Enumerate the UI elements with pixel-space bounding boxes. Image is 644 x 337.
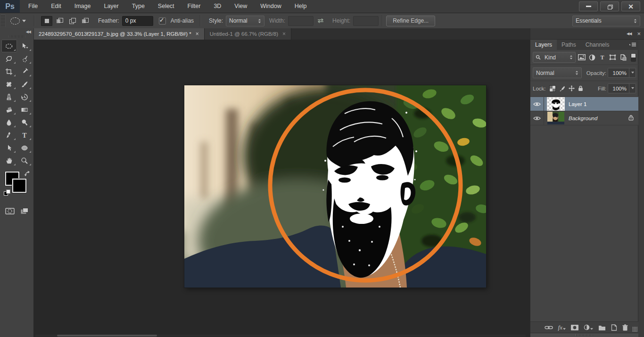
add-adjustment-layer-button[interactable] — [584, 324, 593, 330]
elliptical-marquee-tool[interactable] — [1, 40, 17, 52]
type-tool[interactable]: T — [17, 129, 33, 141]
layer-row-layer1[interactable]: Layer 1 — [530, 97, 638, 111]
tab-paths[interactable]: Paths — [557, 40, 581, 50]
opacity-dropdown-button[interactable] — [629, 68, 636, 77]
polygonal-lasso-tool[interactable] — [1, 52, 17, 65]
restore-button[interactable] — [600, 1, 619, 11]
dodge-tool[interactable] — [17, 116, 33, 129]
gradient-tool[interactable] — [17, 103, 33, 116]
panel-resize-grip[interactable] — [632, 327, 637, 332]
close-button[interactable]: ✕ — [621, 1, 640, 11]
menu-image[interactable]: Image — [68, 0, 98, 13]
brush-tool[interactable] — [17, 78, 33, 90]
workspace-select[interactable]: Essentials — [572, 16, 640, 26]
menu-file[interactable]: File — [22, 0, 44, 13]
ellipse-tool[interactable] — [17, 141, 33, 154]
quick-selection-tool[interactable] — [17, 52, 33, 65]
blur-tool[interactable] — [1, 116, 17, 129]
screen-mode-button[interactable] — [20, 207, 29, 215]
lock-all-button[interactable] — [578, 85, 583, 91]
minimize-button[interactable] — [579, 1, 598, 11]
feather-input[interactable] — [122, 16, 153, 26]
add-layer-mask-button[interactable] — [571, 325, 578, 330]
link-layers-button[interactable] — [545, 325, 553, 330]
intersect-selection-button[interactable] — [79, 16, 91, 26]
filter-pixel-layers-button[interactable] — [577, 53, 586, 62]
move-tool[interactable] — [17, 40, 33, 52]
zoom-tool[interactable] — [17, 154, 33, 167]
menu-view[interactable]: View — [228, 0, 254, 13]
menu-filter[interactable]: Filter — [181, 0, 207, 13]
swap-colors-icon[interactable] — [25, 171, 31, 177]
new-layer-button[interactable] — [611, 324, 617, 331]
menu-edit[interactable]: Edit — [44, 0, 68, 13]
menu-window[interactable]: Window — [254, 0, 288, 13]
clone-stamp-tool[interactable] — [1, 90, 17, 103]
anti-alias-checkbox[interactable] — [159, 17, 166, 25]
background-thumbnail[interactable] — [547, 112, 564, 124]
lock-position-button[interactable] — [569, 85, 575, 91]
panel-menu-button[interactable] — [629, 40, 638, 50]
path-selection-tool[interactable] — [1, 141, 17, 154]
layer1-thumbnail[interactable] — [547, 98, 564, 110]
new-group-button[interactable] — [598, 325, 606, 330]
collapse-panels-icon[interactable]: ◀◀ — [627, 32, 631, 36]
menu-type[interactable]: Type — [125, 0, 151, 13]
menu-layer[interactable]: Layer — [97, 0, 125, 13]
layer1-visibility-toggle[interactable] — [530, 97, 544, 111]
spot-healing-brush-tool[interactable] — [1, 78, 17, 90]
filter-smart-objects-button[interactable] — [619, 53, 627, 62]
background-name[interactable]: Background — [569, 115, 597, 121]
tab-channels[interactable]: Channels — [581, 40, 614, 50]
tab-layers[interactable]: Layers — [530, 40, 557, 50]
opacity-field[interactable]: 100% — [608, 68, 636, 78]
tab-close-icon[interactable]: × — [196, 31, 199, 37]
history-brush-tool[interactable] — [17, 90, 33, 103]
document-tab-1[interactable]: 22489329570_6013f29137_b.jpg @ 33.3% (La… — [33, 28, 205, 40]
add-to-selection-button[interactable] — [54, 16, 65, 26]
blend-mode-select[interactable]: Normal — [533, 67, 582, 78]
dock-splitter[interactable] — [530, 333, 638, 337]
document-tab-2[interactable]: Untitled-1 @ 66.7% (RGB/8) × — [205, 28, 291, 40]
background-visibility-toggle[interactable] — [530, 111, 544, 125]
kind-filter-select[interactable]: Kind — [533, 52, 576, 63]
tab-close-icon[interactable]: × — [282, 31, 286, 37]
toolbar-grip[interactable] — [9, 35, 25, 38]
eraser-tool[interactable] — [1, 103, 17, 116]
crop-tool[interactable] — [1, 65, 17, 78]
tool-preset-picker[interactable] — [6, 17, 31, 25]
menu-3d[interactable]: 3D — [207, 0, 228, 13]
quick-mask-button[interactable] — [5, 207, 15, 215]
canvas-document[interactable] — [184, 85, 486, 288]
fill-field[interactable]: 100% — [608, 83, 636, 93]
filter-type-layers-button[interactable]: T — [598, 53, 607, 62]
refine-edge-button[interactable]: Refine Edge... — [386, 16, 435, 26]
lock-transparency-button[interactable] — [549, 85, 556, 92]
default-colors-icon[interactable] — [4, 189, 10, 196]
filter-toggle-switch[interactable] — [631, 53, 636, 62]
menu-select[interactable]: Select — [151, 0, 181, 13]
layer-style-button[interactable]: fx — [558, 324, 566, 330]
menu-help[interactable]: Help — [288, 0, 314, 13]
lock-pixels-button[interactable] — [559, 85, 565, 91]
pen-tool[interactable] — [1, 129, 17, 141]
style-select[interactable]: Normal — [226, 16, 264, 26]
height-input[interactable] — [353, 16, 379, 26]
width-input[interactable] — [288, 16, 314, 26]
toolbar-collapse-icon[interactable]: ◀◀ — [23, 28, 33, 34]
delete-layer-button[interactable] — [622, 324, 628, 331]
dock-edge-strip[interactable] — [638, 40, 644, 337]
subtract-from-selection-button[interactable] — [66, 16, 78, 26]
background-color-swatch[interactable] — [12, 179, 26, 193]
filter-shape-layers-button[interactable] — [608, 53, 617, 62]
swap-width-height-icon[interactable] — [316, 17, 325, 24]
scrollbar-thumb[interactable] — [57, 335, 157, 337]
fill-dropdown-button[interactable] — [629, 84, 636, 93]
dock-close-icon[interactable]: × — [637, 31, 641, 37]
eyedropper-tool[interactable] — [17, 65, 33, 78]
new-selection-button[interactable] — [41, 16, 52, 26]
canvas-area[interactable] — [33, 40, 530, 337]
filter-adjustment-layers-button[interactable] — [587, 53, 596, 62]
options-bar-grip[interactable] — [1, 15, 6, 27]
layer-row-background[interactable]: Background — [530, 111, 638, 125]
